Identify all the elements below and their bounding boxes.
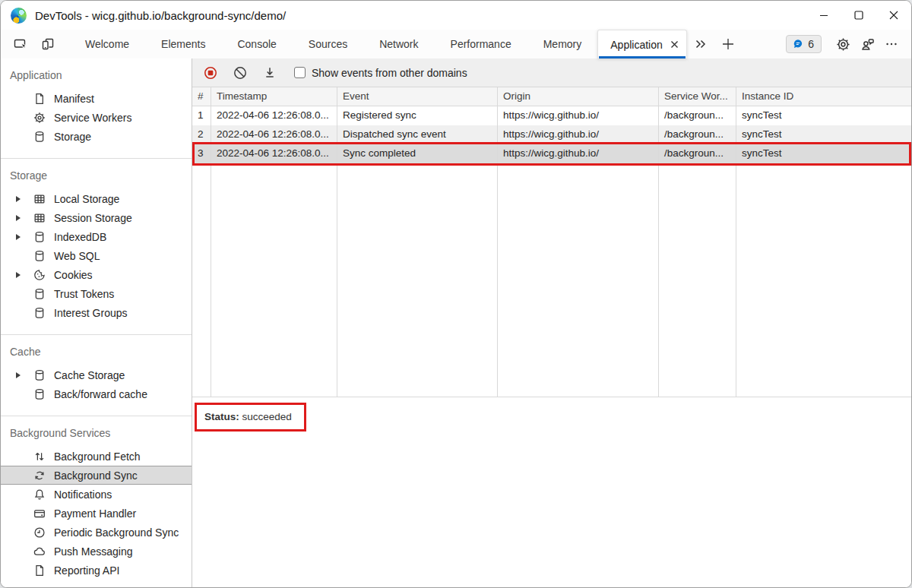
sidebar-item-label: Local Storage xyxy=(54,193,119,205)
cell-event: Dispatched sync event xyxy=(337,125,498,144)
record-button[interactable] xyxy=(198,62,223,84)
tab-performance[interactable]: Performance xyxy=(435,30,527,58)
section-storage: Storage Local Storage Session Storage xyxy=(1,159,192,335)
tab-memory[interactable]: Memory xyxy=(527,30,598,58)
sidebar-item-push-messaging[interactable]: Push Messaging xyxy=(1,542,192,561)
column-header-service-worker[interactable]: Service Wor... xyxy=(659,87,736,106)
device-emulation-button[interactable] xyxy=(34,30,62,58)
feedback-count-badge[interactable]: 6 xyxy=(786,35,822,53)
empty-column xyxy=(337,163,498,397)
cell-origin: https://wicg.github.io/ xyxy=(498,144,659,163)
column-header-instance-id[interactable]: Instance ID xyxy=(736,87,911,106)
expand-arrow-icon[interactable] xyxy=(16,196,33,202)
clear-button[interactable] xyxy=(228,62,252,84)
sidebar-item-session-storage[interactable]: Session Storage xyxy=(1,208,192,227)
sidebar-item-storage[interactable]: Storage xyxy=(1,127,192,146)
sidebar-item-service-workers[interactable]: Service Workers xyxy=(1,108,192,127)
cookie-icon xyxy=(33,268,54,282)
sidebar-item-reporting-api[interactable]: Reporting API xyxy=(1,561,192,580)
send-feedback-button[interactable] xyxy=(855,36,879,52)
application-panel: Application Manifest Service Workers xyxy=(1,58,911,587)
sidebar-item-notifications[interactable]: Notifications xyxy=(1,485,192,504)
table-row[interactable]: 2 2022-04-06 12:26:08.0... Dispatched sy… xyxy=(192,125,911,144)
table-icon xyxy=(33,211,54,225)
tab-label: Network xyxy=(379,38,418,50)
panel-toolbar: Show events from other domains xyxy=(192,58,911,87)
sidebar-item-periodic-background-sync[interactable]: Periodic Background Sync xyxy=(1,523,192,542)
more-options-button[interactable] xyxy=(879,37,904,51)
add-tools-button[interactable] xyxy=(714,30,742,58)
sidebar-item-cookies[interactable]: Cookies xyxy=(1,265,192,284)
window-controls xyxy=(806,1,911,30)
database-icon xyxy=(33,287,54,301)
sidebar-item-label: Interest Groups xyxy=(54,307,128,319)
sidebar-item-trust-tokens[interactable]: Trust Tokens xyxy=(1,284,192,303)
sync-icon xyxy=(33,469,54,482)
chevron-double-right-icon xyxy=(694,37,708,51)
sidebar-item-background-fetch[interactable]: Background Fetch xyxy=(1,447,192,466)
column-header-event[interactable]: Event xyxy=(337,87,498,106)
maximize-button[interactable] xyxy=(841,1,876,30)
cell-event: Registered sync xyxy=(337,106,498,125)
column-header-timestamp[interactable]: Timestamp xyxy=(211,87,337,106)
section-application: Application Manifest Service Workers xyxy=(1,58,192,159)
expand-arrow-icon[interactable] xyxy=(16,215,33,221)
clock-icon xyxy=(33,526,54,539)
table-row[interactable]: 1 2022-04-06 12:26:08.0... Registered sy… xyxy=(192,106,911,125)
empty-column xyxy=(659,163,736,397)
status-annotation-box: Status: succeeded xyxy=(195,403,306,432)
sidebar-item-local-storage[interactable]: Local Storage xyxy=(1,189,192,208)
tab-application[interactable]: Application xyxy=(597,30,687,58)
cell-instance-id: syncTest xyxy=(736,106,911,125)
sidebar-item-label: Background Sync xyxy=(54,469,138,482)
sidebar-item-label: Notifications xyxy=(54,488,112,501)
tab-network[interactable]: Network xyxy=(363,30,434,58)
close-icon xyxy=(889,11,898,20)
cloud-icon xyxy=(33,545,54,558)
sidebar-item-interest-groups[interactable]: Interest Groups xyxy=(1,303,192,322)
save-events-button[interactable] xyxy=(258,62,282,84)
empty-column xyxy=(498,163,659,397)
tab-close-button[interactable] xyxy=(670,40,679,49)
table-row-selected[interactable]: 3 2022-04-06 12:26:08.0... Sync complete… xyxy=(192,144,911,163)
sidebar-item-label: Web SQL xyxy=(54,250,100,262)
cell-origin: https://wicg.github.io/ xyxy=(498,125,659,144)
inspect-element-button[interactable] xyxy=(7,30,34,58)
database-icon xyxy=(33,368,54,382)
sidebar-item-manifest[interactable]: Manifest xyxy=(1,89,192,108)
record-icon xyxy=(203,65,218,81)
sidebar-item-cache-storage[interactable]: Cache Storage xyxy=(1,365,192,384)
tab-welcome[interactable]: Welcome xyxy=(69,30,145,58)
tab-console[interactable]: Console xyxy=(221,30,292,58)
column-header-number[interactable]: # xyxy=(192,87,211,106)
cell-instance-id: syncTest xyxy=(736,125,911,144)
close-button[interactable] xyxy=(876,1,911,30)
tab-label: Memory xyxy=(543,38,582,50)
bell-icon xyxy=(33,488,54,501)
expand-arrow-icon[interactable] xyxy=(16,372,33,378)
cell-number: 2 xyxy=(192,125,211,144)
sidebar-item-label: Service Workers xyxy=(54,112,131,124)
expand-arrow-icon[interactable] xyxy=(16,272,33,278)
database-icon xyxy=(33,306,54,320)
sidebar-item-web-sql[interactable]: Web SQL xyxy=(1,246,192,265)
cell-number: 3 xyxy=(192,144,211,163)
sidebar-item-indexeddb[interactable]: IndexedDB xyxy=(1,227,192,246)
sidebar-item-back-forward-cache[interactable]: Back/forward cache xyxy=(1,384,192,403)
tab-elements[interactable]: Elements xyxy=(145,30,221,58)
minimize-button[interactable] xyxy=(806,1,841,30)
sidebar-item-background-sync[interactable]: Background Sync xyxy=(1,466,192,485)
expand-arrow-icon[interactable] xyxy=(16,234,33,240)
column-header-origin[interactable]: Origin xyxy=(498,87,659,106)
cell-service-worker: /backgroun... xyxy=(659,106,736,125)
section-title: Background Services xyxy=(1,425,192,447)
tab-sources[interactable]: Sources xyxy=(293,30,363,58)
settings-gear-icon xyxy=(835,36,851,52)
sidebar-item-label: Cache Storage xyxy=(54,369,125,381)
settings-button[interactable] xyxy=(831,36,855,52)
sidebar-item-label: Background Fetch xyxy=(54,450,141,463)
show-events-checkbox[interactable] xyxy=(294,67,306,78)
more-tabs-button[interactable] xyxy=(687,30,714,58)
sidebar-item-payment-handler[interactable]: Payment Handler xyxy=(1,504,192,523)
show-events-checkbox-label: Show events from other domains xyxy=(312,67,467,79)
